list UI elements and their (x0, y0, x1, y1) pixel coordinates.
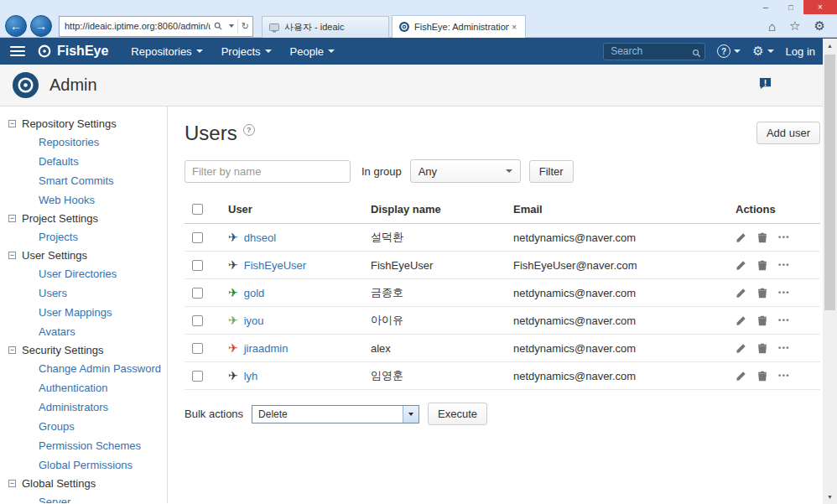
tab-label[interactable]: FishEye: Administration (414, 22, 509, 32)
back-button[interactable]: ← (5, 15, 27, 37)
user-link[interactable]: lyh (244, 370, 258, 382)
delete-icon[interactable] (757, 343, 767, 354)
user-link[interactable]: iyou (244, 314, 264, 327)
autocomplete-caret-icon[interactable] (226, 24, 237, 28)
edit-icon[interactable] (736, 315, 746, 326)
delete-icon[interactable] (757, 260, 767, 271)
search-input[interactable] (603, 43, 705, 60)
row-checkbox[interactable] (192, 260, 203, 271)
user-link[interactable]: dhseol (244, 231, 276, 244)
execute-button[interactable]: Execute (428, 403, 487, 425)
sidebar-item[interactable]: Avatars (0, 322, 167, 341)
scrollbar-thumb[interactable] (824, 55, 835, 310)
hamburger-menu-icon[interactable] (10, 46, 25, 56)
sidebar-item[interactable]: Repositories (0, 132, 167, 152)
edit-icon[interactable] (736, 371, 746, 382)
row-checkbox[interactable] (192, 232, 203, 243)
sidebar-section[interactable]: Repository Settings (0, 115, 167, 132)
bulk-actions-select[interactable]: Delete (252, 405, 419, 423)
forward-button[interactable]: → (30, 15, 52, 37)
filter-button[interactable]: Filter (529, 160, 574, 183)
nav-people[interactable]: People (281, 38, 344, 65)
title-help-icon[interactable]: ? (243, 124, 255, 136)
sidebar-section[interactable]: Global Settings (0, 475, 167, 492)
sidebar-item[interactable]: Authentication (0, 378, 167, 397)
delete-icon[interactable] (757, 371, 767, 382)
more-actions-icon[interactable]: ••• (778, 316, 790, 325)
tab-fisheye-administration[interactable]: FishEye: Administration × (392, 15, 526, 38)
user-link[interactable]: jiraadmin (244, 342, 289, 355)
delete-icon[interactable] (757, 315, 767, 326)
more-actions-icon[interactable]: ••• (778, 233, 790, 242)
sidebar-item[interactable]: Projects (0, 227, 167, 247)
sidebar-item[interactable]: Permission Schemes (0, 436, 167, 455)
edit-icon[interactable] (736, 260, 746, 271)
sidebar-section-label: Project Settings (22, 212, 98, 225)
sidebar-item[interactable]: Users (0, 283, 167, 303)
cell-email: netdynamics@naver.com (513, 370, 736, 382)
sidebar-item[interactable]: Change Admin Password (0, 359, 167, 378)
favorites-icon[interactable]: ☆ (789, 18, 800, 34)
edit-icon[interactable] (736, 232, 746, 243)
sidebar-item[interactable]: Administrators (0, 397, 167, 417)
browser-settings-icon[interactable]: ⚙ (814, 18, 825, 34)
sidebar-item[interactable]: Server (0, 492, 167, 503)
sidebar-item[interactable]: Groups (0, 417, 167, 436)
user-link[interactable]: gold (244, 287, 265, 299)
sidebar-section[interactable]: Security Settings (0, 341, 167, 359)
row-checkbox[interactable] (192, 315, 203, 326)
url-text[interactable]: http://ideaic.iptime.org:8060/admin/user… (60, 21, 211, 31)
row-checkbox[interactable] (192, 288, 203, 299)
tab-ideaic[interactable]: 사용자 - ideaic (262, 16, 389, 38)
feedback-icon[interactable] (759, 77, 772, 93)
scroll-up-icon[interactable]: ▲ (823, 39, 837, 53)
delete-icon[interactable] (757, 288, 767, 299)
tab-close-icon[interactable]: × (509, 23, 519, 32)
row-checkbox[interactable] (192, 371, 203, 382)
collapse-icon[interactable] (8, 120, 16, 127)
sidebar-item[interactable]: Smart Commits (0, 171, 167, 190)
more-actions-icon[interactable]: ••• (778, 344, 790, 352)
address-bar[interactable]: http://ideaic.iptime.org:8060/admin/user… (59, 16, 253, 37)
sidebar-item[interactable]: Defaults (0, 152, 167, 171)
delete-icon[interactable] (757, 232, 767, 243)
collapse-icon[interactable] (8, 480, 16, 487)
maximize-icon[interactable]: □ (778, 0, 803, 14)
more-actions-icon[interactable]: ••• (778, 372, 790, 380)
tab-label[interactable]: 사용자 - ideaic (284, 21, 382, 34)
nav-repositories[interactable]: Repositories (122, 38, 211, 65)
app-logo[interactable]: FishEye (37, 44, 108, 59)
user-link[interactable]: FishEyeUser (244, 259, 306, 272)
cell-user: ✈iyou (228, 314, 371, 327)
select-all-checkbox[interactable] (192, 204, 203, 215)
help-menu[interactable]: ? (717, 44, 741, 58)
filter-by-name-input[interactable] (185, 160, 351, 183)
more-actions-icon[interactable]: ••• (778, 261, 790, 269)
sidebar-item[interactable]: Global Permissions (0, 455, 167, 475)
sidebar-item[interactable]: User Mappings (0, 303, 167, 322)
scroll-down-icon[interactable]: ▼ (823, 490, 837, 504)
more-actions-icon[interactable]: ••• (778, 288, 790, 297)
collapse-icon[interactable] (8, 346, 16, 354)
edit-icon[interactable] (736, 288, 746, 299)
home-icon[interactable]: ⌂ (768, 19, 776, 34)
row-checkbox[interactable] (192, 343, 203, 354)
admin-settings-menu[interactable]: ⚙ (752, 44, 773, 59)
address-search-icon[interactable] (211, 22, 226, 30)
minimize-icon[interactable]: ─ (753, 0, 778, 14)
refresh-icon[interactable]: ↻ (238, 21, 252, 32)
group-select[interactable]: Any (410, 159, 521, 183)
add-user-button[interactable]: Add user (756, 122, 820, 144)
close-icon[interactable]: × (803, 0, 837, 14)
collapse-icon[interactable] (8, 252, 16, 259)
app-navbar: FishEye Repositories Projects People ? ⚙… (0, 38, 837, 65)
collapse-icon[interactable] (8, 215, 16, 222)
sidebar-item[interactable]: Web Hooks (0, 190, 167, 210)
edit-icon[interactable] (736, 343, 746, 354)
sidebar-section[interactable]: Project Settings (0, 210, 167, 227)
log-in-link[interactable]: Log in (786, 45, 815, 58)
nav-projects[interactable]: Projects (212, 38, 281, 65)
sidebar-item[interactable]: User Directories (0, 264, 167, 283)
vertical-scrollbar[interactable]: ▲ ▼ (823, 39, 837, 504)
sidebar-section[interactable]: User Settings (0, 247, 167, 264)
